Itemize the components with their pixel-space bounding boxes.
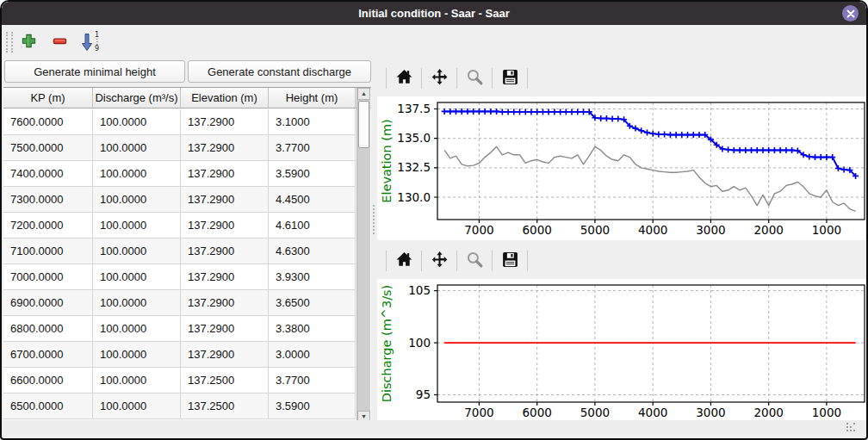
- table-cell[interactable]: 137.2900: [181, 239, 269, 263]
- generate-minimal-height-button[interactable]: Generate minimal height: [4, 60, 185, 83]
- add-row-button[interactable]: [16, 30, 40, 54]
- table-scrollbar[interactable]: ▲ ▼: [356, 88, 370, 423]
- save-button[interactable]: [498, 66, 522, 90]
- table-cell[interactable]: 6900.0000: [3, 290, 93, 315]
- column-header-height[interactable]: Height (m): [269, 88, 356, 108]
- table-cell[interactable]: 100.0000: [93, 109, 181, 134]
- table-cell[interactable]: 100.0000: [93, 239, 181, 263]
- table-cell[interactable]: 137.2500: [181, 368, 269, 393]
- table-cell[interactable]: 6700.0000: [3, 342, 93, 367]
- table-cell[interactable]: 100.0000: [93, 316, 181, 341]
- pan-button-2[interactable]: [427, 249, 451, 273]
- table-cell[interactable]: 100.0000: [93, 342, 181, 367]
- column-header-kp[interactable]: KP (m): [3, 88, 93, 108]
- scrollbar-up-arrow[interactable]: ▲: [357, 88, 370, 100]
- table-row[interactable]: 6800.0000100.0000137.29003.3800: [3, 316, 356, 342]
- scrollbar-thumb[interactable]: [358, 101, 369, 148]
- x-tick-label: 2000: [754, 406, 784, 419]
- home-icon: [395, 251, 413, 271]
- table-cell[interactable]: 3.9300: [269, 264, 356, 289]
- delete-row-button[interactable]: [47, 30, 71, 54]
- table-cell[interactable]: 100.0000: [93, 368, 181, 393]
- table-cell[interactable]: 3.7700: [269, 368, 356, 393]
- table-header-row: KP (m) Discharge (m³/s) Elevation (m) He…: [3, 88, 371, 108]
- table-cell[interactable]: 6500.0000: [3, 394, 93, 418]
- table-row[interactable]: 7000.0000100.0000137.29003.9300: [3, 264, 356, 290]
- zoom-button-2[interactable]: [462, 249, 487, 273]
- table-cell[interactable]: 3.3800: [269, 316, 356, 341]
- table-row[interactable]: 6700.0000100.0000137.29003.0000: [3, 342, 356, 368]
- table-cell[interactable]: 7300.0000: [3, 187, 93, 212]
- table-row[interactable]: 7400.0000100.0000137.29003.5900: [3, 161, 356, 187]
- table-cell[interactable]: 7100.0000: [3, 239, 93, 263]
- table-cell[interactable]: 100.0000: [93, 264, 181, 289]
- y-axis-label: Discharge (m^3/s): [380, 285, 394, 403]
- table-cell[interactable]: 3.1000: [269, 109, 356, 134]
- sort-rows-button[interactable]: 1⋮9: [78, 30, 102, 54]
- table-cell[interactable]: 7000.0000: [3, 264, 93, 289]
- pan-button[interactable]: [427, 66, 451, 90]
- table-cell[interactable]: 3.6500: [269, 290, 356, 315]
- y-tick-label: 135.0: [397, 131, 431, 145]
- table-cell[interactable]: 137.2500: [181, 394, 269, 418]
- table-cell[interactable]: 3.0000: [269, 342, 356, 367]
- save-button-2[interactable]: [498, 249, 522, 273]
- column-header-discharge[interactable]: Discharge (m³/s): [93, 88, 181, 108]
- close-button[interactable]: [842, 5, 859, 22]
- table-cell[interactable]: 3.7700: [269, 135, 356, 160]
- table-cell[interactable]: 6800.0000: [3, 316, 93, 341]
- pan-move-icon: [431, 251, 449, 271]
- elevation-plot-toolbar: [381, 64, 533, 93]
- table-cell[interactable]: 137.2900: [181, 213, 269, 238]
- table-cell[interactable]: 3.5900: [269, 394, 356, 418]
- table-cell[interactable]: 100.0000: [93, 187, 181, 212]
- table-cell[interactable]: 137.2900: [181, 161, 269, 186]
- table-row[interactable]: 7300.0000100.0000137.29004.4500: [3, 187, 356, 213]
- zoom-button[interactable]: [462, 66, 487, 90]
- home-button-2[interactable]: [392, 249, 416, 273]
- table-cell[interactable]: 137.2900: [181, 290, 269, 315]
- generate-constant-discharge-button[interactable]: Generate constant discharge: [188, 60, 371, 83]
- table-row[interactable]: 7600.0000100.0000137.29003.1000: [3, 109, 356, 135]
- table-row[interactable]: 6500.0000100.0000137.25003.5900: [3, 394, 356, 419]
- table-cell[interactable]: 7500.0000: [3, 135, 93, 160]
- column-header-elevation[interactable]: Elevation (m): [181, 88, 269, 108]
- table-cell[interactable]: 7400.0000: [3, 161, 93, 186]
- elevation-plot-canvas[interactable]: 7000600050004000300020001000137.5135.013…: [377, 96, 868, 240]
- table-row[interactable]: 7200.0000100.0000137.29004.6100: [3, 213, 356, 239]
- table-cell[interactable]: 7200.0000: [3, 213, 93, 238]
- table-cell[interactable]: 137.2900: [181, 109, 269, 134]
- table-cell[interactable]: 4.6300: [269, 239, 356, 263]
- table-cell[interactable]: 137.2900: [181, 316, 269, 341]
- toolbar-drag-handle[interactable]: [6, 32, 13, 53]
- app-toolbar: 1⋮9: [3, 28, 374, 57]
- sort-numeric-icon: 1⋮9: [81, 32, 101, 53]
- table-row[interactable]: 7500.0000100.0000137.29003.7700: [3, 135, 356, 161]
- discharge-plot-toolbar: [381, 246, 533, 276]
- x-tick-label: 6000: [523, 223, 552, 237]
- table-cell[interactable]: 100.0000: [93, 161, 181, 186]
- table-cell[interactable]: 137.2900: [181, 187, 269, 212]
- table-row[interactable]: 6600.0000100.0000137.25003.7700: [3, 368, 356, 394]
- window-resize-grip[interactable]: [853, 423, 864, 433]
- table-row[interactable]: 6900.0000100.0000137.29003.6500: [3, 290, 356, 316]
- x-tick-label: 6000: [523, 406, 552, 419]
- table-cell[interactable]: 100.0000: [93, 290, 181, 315]
- table-cell[interactable]: 7600.0000: [3, 109, 93, 134]
- table-cell[interactable]: 100.0000: [93, 213, 181, 238]
- table-cell[interactable]: 6600.0000: [3, 368, 93, 393]
- table-cell[interactable]: 100.0000: [93, 394, 181, 418]
- table-cell[interactable]: 4.4500: [269, 187, 356, 212]
- table-cell[interactable]: 100.0000: [93, 135, 181, 160]
- table-cell[interactable]: 137.2900: [181, 264, 269, 289]
- y-tick-label: 137.5: [397, 102, 431, 115]
- status-strip: [3, 420, 868, 437]
- table-cell[interactable]: 137.2900: [181, 135, 269, 160]
- y-tick-label: 130.0: [397, 190, 431, 204]
- table-cell[interactable]: 4.6100: [269, 213, 356, 238]
- table-cell[interactable]: 137.2900: [181, 342, 269, 367]
- discharge-plot-canvas[interactable]: 700060005000400030002000100010510095Disc…: [377, 279, 868, 423]
- home-button[interactable]: [392, 66, 416, 90]
- table-row[interactable]: 7100.0000100.0000137.29004.6300: [3, 239, 356, 264]
- table-cell[interactable]: 3.5900: [269, 161, 356, 186]
